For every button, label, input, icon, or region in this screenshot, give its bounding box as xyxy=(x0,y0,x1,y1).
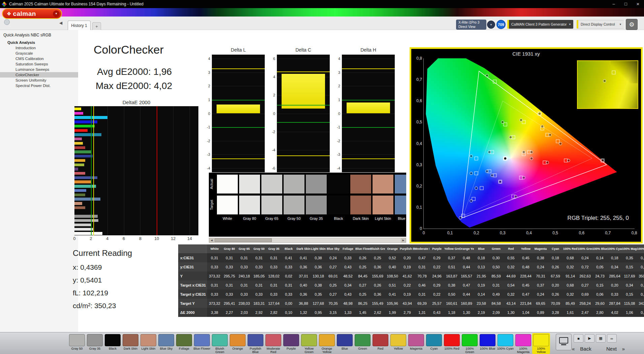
patch-button-purple[interactable]: Purple xyxy=(282,333,300,354)
deltae-bar-orange-yellow xyxy=(74,159,85,162)
sidebar-item-screen-uniformity[interactable]: Screen Uniformity xyxy=(0,78,78,83)
close-button[interactable]: × xyxy=(632,0,644,8)
pattern-generator-dropdown[interactable]: CalMAN Client 3 Pattern Generator ▼ xyxy=(507,20,573,29)
patch-button-yellow[interactable]: Yellow xyxy=(389,333,407,354)
patch-button-moderate-red[interactable]: Moderate Red xyxy=(264,333,282,354)
patch-button-100-red[interactable]: 100% Red xyxy=(443,333,461,354)
sidebar-item-introduction[interactable]: Introduction xyxy=(0,45,78,51)
scrollbar-thumb[interactable] xyxy=(215,238,272,242)
table-cell: 0,83 xyxy=(637,311,644,315)
patch-button-orange-yellow[interactable]: Orange Yellow xyxy=(318,333,336,354)
table-cell: 105,96 xyxy=(385,301,400,305)
swatch-scrollbar[interactable]: ◀ ▶ xyxy=(209,238,406,243)
back-button[interactable]: « Back xyxy=(572,344,591,353)
chevron-down-icon: ▼ xyxy=(619,23,622,26)
cie-measured-point-green xyxy=(501,121,504,124)
patch-button-orange[interactable]: Orange xyxy=(229,333,247,354)
deltae-bar-gray-65 xyxy=(74,224,91,226)
sidebar-item-grayscale[interactable]: Grayscale xyxy=(0,51,78,56)
delta-tick-label: -4 xyxy=(337,166,340,170)
patch-button-black[interactable]: Black xyxy=(104,333,122,354)
table-row-label: y:CIE31 xyxy=(178,262,207,271)
patch-button-purplish-blue[interactable]: Purplish Blue xyxy=(247,333,264,354)
delta-h-axis-labels: 43210-1-2-3-4 xyxy=(332,55,341,172)
sidebar-tree: IntroductionGrayscaleCMS CalibrationSatu… xyxy=(0,45,78,88)
cie-target-point-green xyxy=(504,122,507,126)
table-cell: 0,31 xyxy=(489,283,504,287)
deltae-axis: 02468101214 xyxy=(74,236,202,242)
table-cell: 238,03 xyxy=(237,301,252,305)
table-cell: 185,05 xyxy=(252,274,266,278)
deltae-axis-tick: 0 xyxy=(73,236,76,241)
calman-logo[interactable]: ❖ calman ▼ xyxy=(2,8,62,19)
table-cell: 350,23 xyxy=(637,274,644,278)
delta-green-target-line xyxy=(342,100,395,100)
collapse-sidebar-button[interactable]: ◀ xyxy=(59,21,62,25)
cie-measured-point-bluish-green xyxy=(488,150,491,153)
patch-button-blue-flower[interactable]: Blue Flower xyxy=(193,333,211,354)
tab-history-1[interactable]: History 1 xyxy=(68,21,91,30)
table-cell: 0,48 xyxy=(459,256,474,260)
patch-button-red[interactable]: Red xyxy=(372,333,389,354)
table-row-label: Target x:CIE31 xyxy=(178,281,207,290)
meter-dropdown-arrow[interactable]: ▼ xyxy=(487,21,495,29)
transport-button-0[interactable]: ■ xyxy=(574,334,583,343)
meter-dropdown[interactable]: X-Rite i1Pro 3 Direct View xyxy=(456,20,486,30)
cie-x-tick-label: 0,1 xyxy=(447,231,453,235)
patch-button-gray-50[interactable]: Gray 50 xyxy=(68,333,86,354)
transport-button-1[interactable]: ▶ xyxy=(585,334,594,343)
display-pattern-button[interactable] xyxy=(556,334,572,350)
patch-button-foliage[interactable]: Foliage xyxy=(175,333,193,354)
patch-button-bluish-green[interactable]: Bluish Green xyxy=(211,333,229,354)
delta-tick-label: -6 xyxy=(272,166,275,170)
sidebar-item-quick-analysis[interactable]: Quick Analysis xyxy=(0,40,78,45)
next-button[interactable]: Next » xyxy=(606,344,625,353)
patch-button-yellow-green[interactable]: Yellow Green xyxy=(300,333,318,354)
settings-button[interactable]: ⚙ xyxy=(626,19,638,30)
patch-swatch xyxy=(390,334,406,346)
patch-button-100-blue[interactable]: 100% Blue xyxy=(479,333,496,354)
logo-menu-dropdown[interactable]: ▼ xyxy=(53,10,60,17)
session-indicator-icon[interactable] xyxy=(4,19,10,25)
patch-button-gray-35[interactable]: Gray 35 xyxy=(86,333,104,354)
patch-button-100-yellow[interactable]: 100% Yellow xyxy=(532,333,550,354)
maximize-button[interactable]: □ xyxy=(620,0,632,8)
patch-button-100-cyan[interactable]: 100% Cyan xyxy=(496,333,514,354)
srgb-gamut-triangle xyxy=(463,101,592,216)
delta-tick-label: 2 xyxy=(338,84,340,88)
patch-button-blue[interactable]: Blue xyxy=(336,333,354,354)
sidebar-item-luminance-sweeps[interactable]: Luminance Sweeps xyxy=(0,67,78,72)
transport-button-3[interactable]: ∞ xyxy=(607,334,617,343)
swatch-target-gray-35 xyxy=(306,196,327,214)
delta-green-target-line xyxy=(212,127,265,128)
patch-button-100-green[interactable]: 100% Green xyxy=(461,333,479,354)
scroll-left-arrow[interactable]: ◀ xyxy=(209,238,214,242)
patch-button-100-magenta[interactable]: 100% Magenta xyxy=(514,333,532,354)
transport-button-2[interactable]: ▦ xyxy=(596,334,606,343)
delta-tick-label: -4 xyxy=(207,166,210,170)
table-header-cell: Gray 80 xyxy=(222,247,237,250)
table-cell: 0,26 xyxy=(548,292,563,296)
cie-measured-point-blue-sky xyxy=(485,170,488,173)
patch-button-dark-skin[interactable]: Dark Skin xyxy=(122,333,139,354)
table-cell: 0,24 xyxy=(533,292,548,296)
colorspace-709-badge[interactable]: 709 xyxy=(496,20,506,29)
sidebar-item-cms-calibration[interactable]: CMS Calibration xyxy=(0,56,78,61)
table-cell: 0,20 xyxy=(607,283,622,287)
sidebar-item-saturation-sweeps[interactable]: Saturation Sweeps xyxy=(0,61,78,67)
scroll-right-arrow[interactable]: ▶ xyxy=(401,238,406,242)
patch-button-green[interactable]: Green xyxy=(354,333,372,354)
table-cell: 0,22 xyxy=(429,265,444,269)
add-tab-button[interactable]: + xyxy=(92,22,101,30)
patch-button-light-skin[interactable]: Light Skin xyxy=(139,333,157,354)
inset-target-point xyxy=(612,70,615,74)
delta-tick-label: 4 xyxy=(208,57,210,61)
minimize-button[interactable]: – xyxy=(608,0,620,8)
patch-button-cyan[interactable]: Cyan xyxy=(425,333,443,354)
patch-button-magenta[interactable]: Magenta xyxy=(407,333,425,354)
table-cell: 1,30 xyxy=(504,311,518,315)
patch-button-blue-sky[interactable]: Blue Sky xyxy=(157,333,175,354)
sidebar-item-colorchecker[interactable]: ColorChecker xyxy=(0,72,78,78)
sidebar-item-spectral-power-dist-[interactable]: Spectral Power Dist. xyxy=(0,83,78,88)
display-control-dropdown[interactable]: Direct Display Control ▼ xyxy=(577,20,624,29)
